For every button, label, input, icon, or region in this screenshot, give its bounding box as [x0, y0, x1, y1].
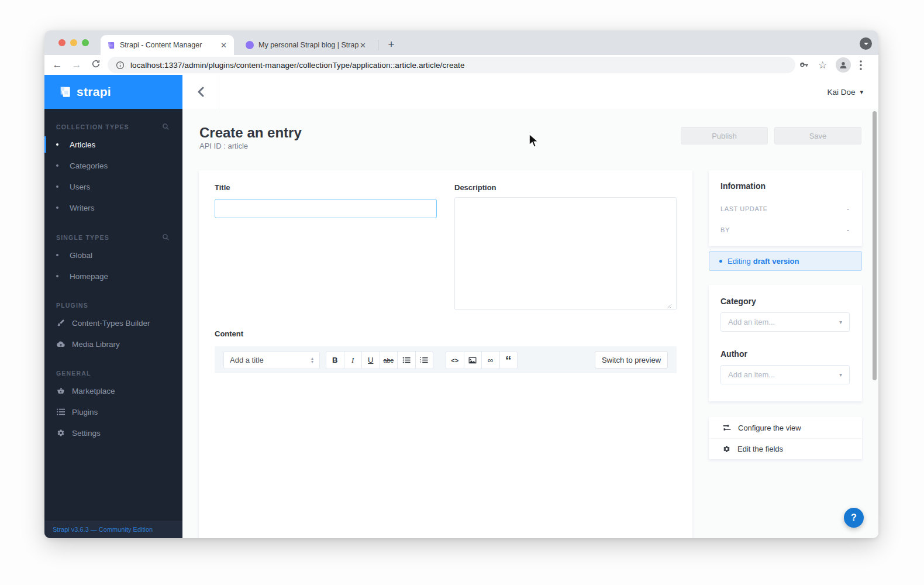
- sidebar-item-marketplace[interactable]: Marketplace: [44, 380, 182, 401]
- password-key-icon[interactable]: [799, 60, 809, 70]
- url-bar[interactable]: localhost:1337/admin/plugins/content-man…: [108, 57, 795, 73]
- sidebar-item-writers[interactable]: Writers: [44, 197, 182, 218]
- sidebar-item-homepage[interactable]: Homepage: [44, 266, 182, 287]
- window-close-button[interactable]: [58, 39, 65, 46]
- image-button[interactable]: [464, 351, 482, 369]
- search-icon[interactable]: [162, 123, 170, 130]
- code-button[interactable]: <>: [446, 351, 464, 369]
- sidebar-item-label: Media Library: [72, 340, 120, 349]
- strapi-logo-text: strapi: [77, 85, 111, 99]
- draft-bold-text: draft version: [753, 257, 799, 266]
- app-header: Kai Doe ▾: [182, 75, 878, 109]
- heading-select[interactable]: Add a title ▴▾: [223, 351, 320, 369]
- window-zoom-button[interactable]: [82, 39, 89, 46]
- strapi-logo-icon: [58, 85, 71, 98]
- sidebar-item-plugins[interactable]: Plugins: [44, 401, 182, 422]
- information-heading: Information: [720, 181, 766, 191]
- site-info-icon[interactable]: [116, 61, 125, 70]
- url-text: localhost:1337/admin/plugins/content-man…: [130, 61, 465, 70]
- edit-fields-link[interactable]: Edit the fields: [709, 438, 862, 459]
- shopping-basket-icon: [56, 387, 65, 395]
- sidebar-version-footer[interactable]: Strapi v3.6.3 — Community Edition: [44, 521, 182, 538]
- back-button[interactable]: [182, 75, 219, 109]
- publish-button[interactable]: Publish: [681, 127, 768, 144]
- strapi-logo[interactable]: strapi: [44, 75, 182, 109]
- sidebar-nav: COLLECTION TYPES Articles Categories Use…: [44, 109, 182, 443]
- search-icon[interactable]: [162, 233, 170, 241]
- bold-button[interactable]: B: [326, 351, 344, 369]
- tab-search-button[interactable]: [860, 37, 872, 50]
- ordered-list-button[interactable]: [415, 351, 434, 369]
- bookmark-star-icon[interactable]: ☆: [818, 59, 827, 71]
- sidebar-item-users[interactable]: Users: [44, 176, 182, 197]
- main-area: Kai Doe ▾ Create an entry API ID : artic…: [182, 75, 878, 538]
- strikethrough-button[interactable]: abc: [380, 351, 398, 369]
- bullet-list-button[interactable]: [397, 351, 416, 369]
- sidebar-item-global[interactable]: Global: [44, 245, 182, 266]
- description-textarea[interactable]: [454, 197, 677, 310]
- strapi-favicon: [106, 41, 115, 50]
- sidebar-item-label: Writers: [70, 204, 95, 212]
- italic-button[interactable]: I: [344, 351, 363, 369]
- by-label: BY: [720, 226, 730, 233]
- blog-favicon: [246, 41, 254, 49]
- sidebar-item-media-library[interactable]: Media Library: [44, 333, 182, 355]
- section-heading-plugins: PLUGINS: [56, 302, 88, 309]
- format-button-group: B I U abc: [326, 351, 433, 369]
- browser-window: Strapi - Content Manager ✕ My personal S…: [44, 30, 878, 538]
- draft-prefix: Editing: [728, 257, 751, 266]
- new-tab-button[interactable]: +: [384, 37, 399, 52]
- link-label: Configure the view: [738, 424, 801, 432]
- sidebar-item-settings[interactable]: Settings: [44, 422, 182, 443]
- category-select[interactable]: Add an item... ▾: [720, 312, 850, 332]
- relations-card: Category Add an item... ▾ Author Add an …: [709, 285, 862, 401]
- back-icon[interactable]: ←: [51, 59, 64, 71]
- sidebar-item-label: Content-Types Builder: [72, 319, 150, 328]
- stepper-arrows-icon: ▴▾: [311, 357, 313, 364]
- page-scrollbar[interactable]: [873, 111, 877, 380]
- heading-select-value: Add a title: [230, 356, 264, 364]
- configure-view-link[interactable]: Configure the view: [709, 417, 862, 438]
- image-icon: [468, 357, 477, 364]
- underline-button[interactable]: U: [361, 351, 380, 369]
- sliders-icon: [723, 425, 731, 431]
- category-placeholder: Add an item...: [728, 318, 775, 326]
- help-button[interactable]: ?: [844, 508, 864, 528]
- blockquote-button[interactable]: “: [499, 351, 518, 369]
- sidebar-item-label: Global: [70, 251, 92, 260]
- author-select[interactable]: Add an item... ▾: [720, 365, 850, 384]
- tab-close-icon[interactable]: ✕: [219, 41, 228, 50]
- tab-strapi-content-manager[interactable]: Strapi - Content Manager ✕: [101, 35, 234, 55]
- section-heading-single-types: SINGLE TYPES: [56, 234, 109, 241]
- sidebar-item-label: Marketplace: [72, 387, 115, 395]
- information-card: Information LAST UPDATE - BY -: [709, 170, 862, 246]
- last-update-label: LAST UPDATE: [720, 205, 768, 212]
- browser-menu-icon[interactable]: [860, 60, 862, 70]
- user-menu[interactable]: Kai Doe ▾: [827, 75, 863, 109]
- list-icon: [56, 408, 65, 415]
- reload-icon[interactable]: [89, 59, 102, 71]
- forward-icon[interactable]: →: [70, 59, 83, 71]
- editor-text-area[interactable]: [215, 373, 677, 538]
- sidebar-item-articles[interactable]: Articles: [44, 134, 182, 155]
- author-placeholder: Add an item...: [728, 370, 775, 379]
- gear-icon: [56, 429, 65, 437]
- link-button[interactable]: ∞: [481, 351, 500, 369]
- tab-close-icon[interactable]: ✕: [358, 41, 367, 50]
- sidebar-item-categories[interactable]: Categories: [44, 155, 182, 176]
- chevron-left-icon: [198, 87, 204, 97]
- title-input[interactable]: [215, 199, 437, 218]
- ordered-list-icon: [420, 357, 428, 363]
- last-update-value: -: [847, 204, 849, 213]
- sidebar-item-label: Plugins: [72, 408, 98, 417]
- switch-to-preview-button[interactable]: Switch to preview: [595, 351, 668, 369]
- window-minimize-button[interactable]: [70, 39, 77, 46]
- save-button[interactable]: Save: [774, 127, 861, 144]
- bullet-icon: [56, 275, 58, 277]
- bullet-icon: [56, 164, 58, 167]
- title-field-label: Title: [215, 183, 230, 192]
- profile-avatar[interactable]: [836, 57, 851, 73]
- tab-title: Strapi - Content Manager: [120, 41, 219, 49]
- sidebar-item-content-types-builder[interactable]: Content-Types Builder: [44, 312, 182, 333]
- tab-personal-blog[interactable]: My personal Strapi blog | Strap ✕: [240, 35, 373, 55]
